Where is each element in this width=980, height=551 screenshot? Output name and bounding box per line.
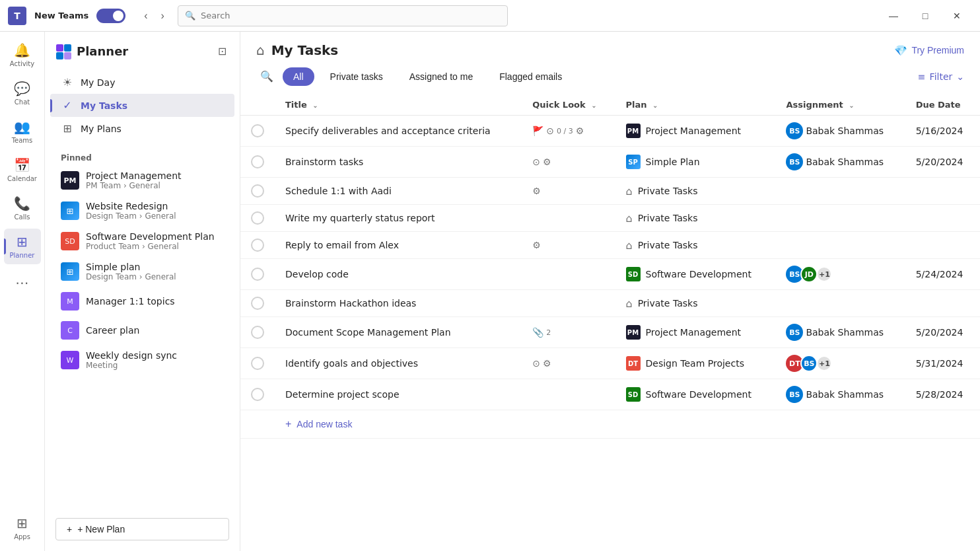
pinned-item-weekly-design[interactable]: W Weekly design sync Meeting xyxy=(50,345,234,375)
task-title-7[interactable]: Brainstorm Hackathon ideas xyxy=(275,290,522,317)
sidebar-item-my-plans[interactable]: ⊞ My Plans xyxy=(50,117,234,140)
task-title-8[interactable]: Document Scope Management Plan xyxy=(275,317,522,348)
sidebar-item-my-tasks[interactable]: ✓ My Tasks xyxy=(50,94,234,117)
progress-icon: ⊙ xyxy=(532,358,540,369)
tab-all[interactable]: All xyxy=(283,67,314,86)
calendar-icon: 📅 xyxy=(14,157,30,173)
rail-item-chat[interactable]: 💬 Chat xyxy=(4,75,41,111)
add-new-task-button[interactable]: + Add new task xyxy=(285,418,352,430)
rail-item-calls[interactable]: 📞 Calls xyxy=(4,190,41,226)
task-checkbox-3[interactable] xyxy=(251,184,264,198)
task-plan-2[interactable]: SP Simple Plan xyxy=(615,147,776,178)
task-plan-9[interactable]: DT Design Team Projects xyxy=(615,348,776,379)
pinned-item-manager-11[interactable]: M Manager 1:1 topics xyxy=(50,287,234,316)
col-quicklook[interactable]: Quick Look ⌄ xyxy=(522,94,615,116)
task-plan-8[interactable]: PM Project Management xyxy=(615,317,776,348)
task-plan-6[interactable]: SD Software Development xyxy=(615,259,776,290)
new-plan-plus: + xyxy=(67,524,72,534)
active-bar xyxy=(50,99,52,112)
rail-item-activity[interactable]: 🔔 Activity xyxy=(4,37,41,73)
task-due-5 xyxy=(905,232,980,259)
task-title-2[interactable]: Brainstorm tasks xyxy=(275,147,522,178)
task-checkbox-7[interactable] xyxy=(251,297,264,310)
task-title-9[interactable]: Identify goals and objectives xyxy=(275,348,522,379)
sidebar-item-my-day[interactable]: ☀ My Day xyxy=(50,71,234,94)
task-title-10[interactable]: Determine project scope xyxy=(275,379,522,410)
task-title-5[interactable]: Reply to email from Alex xyxy=(275,232,522,259)
add-task-label: Add new task xyxy=(297,419,352,429)
task-assignment-1: BS Babak Shammas xyxy=(775,116,905,147)
svg-rect-1 xyxy=(64,44,71,52)
task-search-button[interactable]: 🔍 xyxy=(256,66,277,87)
my-tasks-icon: ✓ xyxy=(61,99,74,112)
task-checkbox-9[interactable] xyxy=(251,357,264,370)
task-assignment-4 xyxy=(775,205,905,232)
col-plan[interactable]: Plan ⌄ xyxy=(615,94,776,116)
tab-flagged[interactable]: Flagged emails xyxy=(489,67,573,86)
activity-label: Activity xyxy=(10,60,34,67)
task-checkbox-4[interactable] xyxy=(251,211,264,225)
task-checkbox-10[interactable] xyxy=(251,388,264,401)
rail-item-apps[interactable]: ⊞ Apps xyxy=(4,510,41,546)
task-checkbox-6[interactable] xyxy=(251,268,264,281)
task-plan-7[interactable]: ⌂ Private Tasks xyxy=(615,290,776,317)
table-row: Develop code SD Software Development BS xyxy=(240,259,980,290)
maximize-button[interactable]: □ xyxy=(910,5,940,26)
task-plan-3[interactable]: ⌂ Private Tasks xyxy=(615,178,776,205)
table-row: Brainstorm Hackathon ideas ⌂ Private Tas… xyxy=(240,290,980,317)
minimize-button[interactable]: — xyxy=(878,5,909,26)
calendar-label: Calendar xyxy=(7,175,37,182)
svg-rect-2 xyxy=(56,52,63,59)
pinned-item-career-plan[interactable]: C Career plan xyxy=(50,316,234,345)
task-plan-10[interactable]: SD Software Development xyxy=(615,379,776,410)
filter-lines-icon: ≡ xyxy=(918,71,926,82)
task-checkbox-8[interactable] xyxy=(251,326,264,339)
my-plans-icon: ⊞ xyxy=(61,122,74,135)
task-checkbox-2[interactable] xyxy=(251,155,264,168)
rail-item-more[interactable]: ⋯ xyxy=(16,270,29,296)
task-quicklook-3: ⚙ xyxy=(522,178,615,205)
col-checkbox xyxy=(240,94,275,116)
col-assignment[interactable]: Assignment ⌄ xyxy=(775,94,905,116)
task-plan-1[interactable]: PM Project Management xyxy=(615,116,776,147)
task-assignment-10: BS Babak Shammas xyxy=(775,379,905,410)
new-plan-button[interactable]: + + New Plan xyxy=(55,518,229,540)
try-premium-button[interactable]: 💎 Try Premium xyxy=(894,44,964,57)
col-duedate[interactable]: Due Date xyxy=(905,94,980,116)
window-controls: — □ ✕ xyxy=(878,5,972,26)
close-button[interactable]: ✕ xyxy=(942,5,972,26)
new-teams-toggle[interactable] xyxy=(96,9,125,23)
settings-icon: ⚙ xyxy=(532,186,541,196)
forward-button[interactable]: › xyxy=(156,7,170,24)
software-dev-icon: SD xyxy=(61,232,79,250)
col-title[interactable]: Title ⌄ xyxy=(275,94,522,116)
task-title-6[interactable]: Develop code xyxy=(275,259,522,290)
table-row: Specify deliverables and acceptance crit… xyxy=(240,116,980,147)
icon-rail: 🔔 Activity 💬 Chat 👥 Teams 📅 Calendar 📞 C… xyxy=(0,32,45,551)
task-checkbox-1[interactable] xyxy=(251,124,264,137)
sidebar-collapse-button[interactable]: ⊡ xyxy=(215,42,229,60)
tab-assigned[interactable]: Assigned to me xyxy=(399,67,484,86)
task-title-4[interactable]: Write my quarterly status report xyxy=(275,205,522,232)
task-title-1[interactable]: Specify deliverables and acceptance crit… xyxy=(275,116,522,147)
task-checkbox-5[interactable] xyxy=(251,239,264,252)
filter-button[interactable]: ≡ Filter ⌄ xyxy=(918,71,964,82)
task-due-10: 5/28/2024 xyxy=(905,379,980,410)
pinned-item-simple-plan[interactable]: ⊞ Simple plan Design Team › General xyxy=(50,256,234,287)
chat-label: Chat xyxy=(15,98,30,106)
task-title-3[interactable]: Schedule 1:1 with Aadi xyxy=(275,178,522,205)
tab-private[interactable]: Private tasks xyxy=(320,67,394,86)
task-plan-5[interactable]: ⌂ Private Tasks xyxy=(615,232,776,259)
task-due-1: 5/16/2024 xyxy=(905,116,980,147)
back-button[interactable]: ‹ xyxy=(139,7,153,24)
task-plan-4[interactable]: ⌂ Private Tasks xyxy=(615,205,776,232)
search-bar[interactable]: 🔍 Search xyxy=(178,5,508,26)
rail-item-planner[interactable]: ⊞ Planner xyxy=(4,229,41,264)
pinned-item-website-redesign[interactable]: ⊞ Website Redesign Design Team › General xyxy=(50,196,234,226)
pinned-item-project-mgmt[interactable]: PM Project Management PM Team › General xyxy=(50,165,234,196)
table-row: Reply to email from Alex ⚙ ⌂ Private Tas… xyxy=(240,232,980,259)
rail-item-teams[interactable]: 👥 Teams xyxy=(4,114,41,149)
rail-item-calendar[interactable]: 📅 Calendar xyxy=(4,152,41,188)
filter-tabs: 🔍 All Private tasks Assigned to me Flagg… xyxy=(256,66,573,87)
pinned-item-software-dev[interactable]: SD Software Development Plan Product Tea… xyxy=(50,226,234,256)
